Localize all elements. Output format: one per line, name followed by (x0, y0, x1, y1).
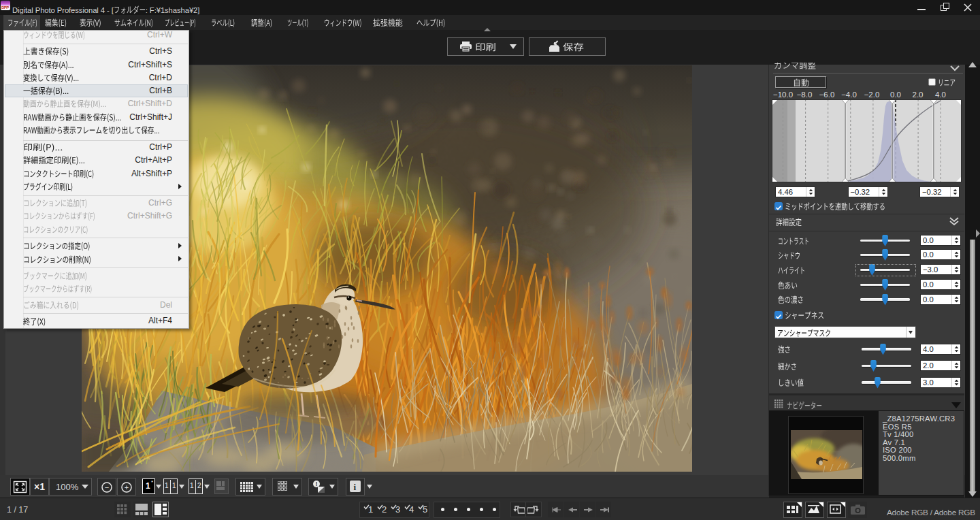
svg-text:+: + (124, 483, 128, 491)
svg-text:!: ! (316, 481, 318, 487)
svg-text:−: − (104, 483, 108, 491)
